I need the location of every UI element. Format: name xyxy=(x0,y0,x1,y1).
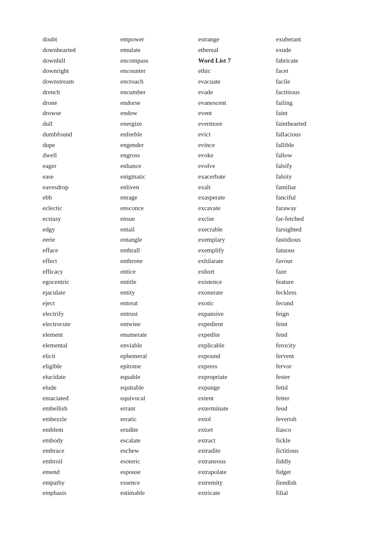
word-item: drench xyxy=(43,87,116,98)
word-item: equable xyxy=(121,372,194,382)
word-item: extort xyxy=(198,425,272,435)
word-item: efface xyxy=(43,245,116,256)
word-item: energize xyxy=(121,119,194,129)
word-list-grid: doubtdownhearteddownhilldownrightdownstr… xyxy=(43,34,349,498)
word-item: entangle xyxy=(121,234,194,245)
word-item: enhance xyxy=(121,161,194,171)
word-item: enviable xyxy=(121,340,194,351)
word-item: ecstasy xyxy=(43,214,116,224)
word-item: facet xyxy=(276,66,350,76)
word-item: elude xyxy=(43,382,116,393)
word-item: fallow xyxy=(276,150,350,161)
word-item: encumber xyxy=(121,87,194,98)
word-item: eligible xyxy=(43,361,116,372)
word-item: extrapolate xyxy=(198,467,272,477)
word-item: entail xyxy=(121,224,194,235)
word-item: explicable xyxy=(198,340,272,351)
word-item: electrocute xyxy=(43,319,116,330)
word-item: exonerate xyxy=(198,287,272,298)
word-item: emaciated xyxy=(43,393,116,404)
word-item: feature xyxy=(276,277,350,287)
word-item: execrable xyxy=(198,224,272,235)
word-item: estimable xyxy=(121,488,194,498)
word-item: fiendish xyxy=(276,477,350,488)
word-item: entice xyxy=(121,266,194,277)
word-item: feign xyxy=(276,309,350,319)
word-item: enliven xyxy=(121,182,194,193)
word-item: expansive xyxy=(198,309,272,319)
word-item: evacuate xyxy=(198,76,272,87)
word-column-col3: estrangeetherealWord List 7ethicevacuate… xyxy=(198,34,272,498)
word-item: fabricate xyxy=(276,55,350,66)
word-item: expropriate xyxy=(198,372,272,382)
word-column-col1: doubtdownhearteddownhilldownrightdownstr… xyxy=(43,34,116,498)
word-item: dumbfound xyxy=(43,129,116,140)
word-item: electrify xyxy=(43,309,116,319)
word-item: egocentric xyxy=(43,277,116,287)
word-item: dwell xyxy=(43,150,116,161)
word-item: evade xyxy=(198,87,272,98)
word-item: fetter xyxy=(276,393,350,404)
word-item: fecund xyxy=(276,298,350,309)
word-item: extol xyxy=(198,414,272,425)
word-item: embellish xyxy=(43,403,116,414)
word-item: evict xyxy=(198,129,272,140)
word-item: falsify xyxy=(276,161,350,171)
word-item: elucidate xyxy=(43,372,116,382)
word-item: exacerbate xyxy=(198,171,272,182)
word-item: ebb xyxy=(43,192,116,203)
word-item: encounter xyxy=(121,66,194,76)
word-item: fainthearted xyxy=(276,119,350,129)
word-item: downright xyxy=(43,66,116,76)
word-item: extraneous xyxy=(198,456,272,467)
word-item: entity xyxy=(121,287,194,298)
word-item: effect xyxy=(43,256,116,266)
word-item: evince xyxy=(198,140,272,150)
word-item: expedite xyxy=(198,330,272,340)
word-item: eschew xyxy=(121,445,194,456)
word-item: feverish xyxy=(276,414,350,425)
word-item: exude xyxy=(276,45,350,55)
word-item: emend xyxy=(43,467,116,477)
word-item: enfeeble xyxy=(121,129,194,140)
word-item: exasperate xyxy=(198,192,272,203)
word-item: exotic xyxy=(198,298,272,309)
word-item: downhearted xyxy=(43,45,116,55)
word-item: ephemeral xyxy=(121,351,194,361)
word-item: fiasco xyxy=(276,425,350,435)
word-item: enumerate xyxy=(121,330,194,340)
word-item: evolve xyxy=(198,161,272,171)
word-item: fiddly xyxy=(276,456,350,467)
word-item: escalate xyxy=(121,435,194,446)
word-item: feint xyxy=(276,319,350,330)
word-item: ethereal xyxy=(198,45,272,55)
word-item: existence xyxy=(198,277,272,287)
word-item: esoteric xyxy=(121,456,194,467)
word-item: Word List 7 xyxy=(198,55,272,66)
word-item: epitome xyxy=(121,361,194,372)
word-item: enthrall xyxy=(121,245,194,256)
word-item: eager xyxy=(43,161,116,171)
word-item: edgy xyxy=(43,224,116,235)
word-column-col2: empoweremulateencompassencounterencroach… xyxy=(121,34,194,498)
word-item: embrace xyxy=(43,445,116,456)
word-item: evoke xyxy=(198,150,272,161)
word-item: expound xyxy=(198,351,272,361)
word-item: erudite xyxy=(121,425,194,435)
word-item: excise xyxy=(198,214,272,224)
word-item: feckless xyxy=(276,287,350,298)
word-item: element xyxy=(43,330,116,340)
word-item: fetid xyxy=(276,382,350,393)
word-item: drowse xyxy=(43,108,116,119)
word-item: ensconce xyxy=(121,203,194,214)
word-item: feud xyxy=(276,403,350,414)
word-item: dupe xyxy=(43,140,116,150)
word-item: fictitious xyxy=(276,445,350,456)
word-item: exhort xyxy=(198,266,272,277)
word-item: farsighted xyxy=(276,224,350,235)
word-item: excavate xyxy=(198,203,272,214)
word-item: endow xyxy=(121,108,194,119)
word-item: expunge xyxy=(198,382,272,393)
word-item: faint xyxy=(276,108,350,119)
word-item: eject xyxy=(43,298,116,309)
